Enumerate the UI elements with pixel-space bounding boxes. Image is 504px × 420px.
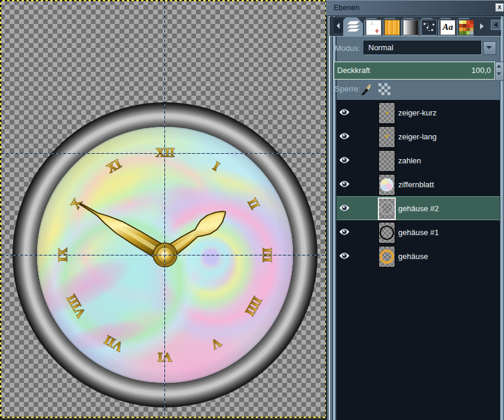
svg-text:IX: IX: [55, 248, 70, 262]
